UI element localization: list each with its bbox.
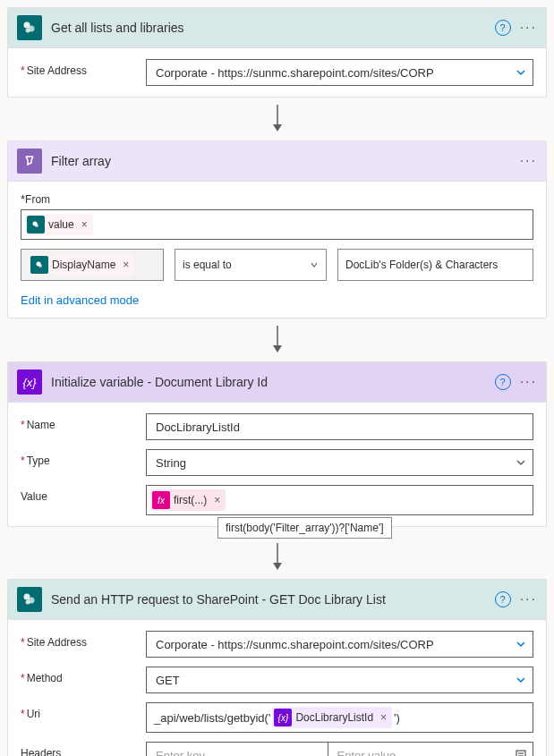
action-header[interactable]: {x} Initialize variable - Document Libra… [8, 362, 546, 403]
type-label: *Type [21, 449, 146, 467]
advanced-mode-link[interactable]: Edit in advanced mode [21, 293, 139, 307]
remove-token-icon[interactable]: × [123, 259, 129, 271]
help-icon[interactable]: ? [495, 20, 511, 36]
action-title: Initialize variable - Document Library I… [51, 375, 495, 389]
from-input[interactable]: value × [21, 209, 533, 240]
filter-right-input[interactable]: DocLib's Folder(s) & Characters [337, 249, 533, 281]
more-icon[interactable]: ··· [520, 374, 537, 390]
uri-input[interactable]: _api/web/lists/getbyid(' {x} DocLibraryL… [146, 702, 533, 733]
method-label: *Method [21, 667, 146, 684]
remove-token-icon[interactable]: × [380, 711, 387, 724]
sharepoint-icon [17, 587, 42, 612]
site-address-label: *Site Address [21, 631, 146, 649]
remove-token-icon[interactable]: × [214, 494, 220, 506]
method-select[interactable]: GET [146, 667, 533, 693]
uri-label: *Uri [21, 702, 146, 720]
svg-point-7 [38, 264, 42, 268]
remove-token-icon[interactable]: × [81, 218, 88, 231]
from-label: *From [21, 192, 533, 206]
toggle-text-mode-icon[interactable] [508, 742, 533, 756]
sharepoint-icon [17, 15, 42, 40]
filter-left-input[interactable]: DisplayName × [21, 249, 164, 281]
chevron-down-icon [310, 260, 319, 269]
action-get-lists: Get all lists and libraries ? ··· *Site … [7, 7, 547, 98]
connector-arrow [7, 98, 547, 140]
value-label: Value [21, 485, 146, 503]
filter-operator-select[interactable]: is equal to [175, 249, 327, 281]
site-address-select[interactable]: Corporate - https://sunmc.sharepoint.com… [146, 631, 533, 658]
action-header[interactable]: Filter array ··· [8, 141, 546, 182]
header-value-input[interactable]: Enter value [328, 742, 509, 756]
action-header[interactable]: Send an HTTP request to SharePoint - GET… [8, 580, 546, 620]
dynamic-token-value[interactable]: value × [25, 214, 93, 235]
more-icon[interactable]: ··· [520, 591, 537, 607]
action-initialize-variable: {x} Initialize variable - Document Libra… [7, 361, 547, 527]
headers-label: Headers [21, 742, 146, 756]
chevron-down-icon [516, 457, 526, 468]
name-input[interactable]: DocLibraryListId [146, 413, 533, 440]
svg-point-12 [26, 600, 30, 605]
chevron-down-icon [516, 639, 526, 650]
more-icon[interactable]: ··· [520, 20, 537, 36]
help-icon[interactable]: ? [495, 374, 511, 390]
site-address-label: *Site Address [21, 59, 146, 77]
sharepoint-icon [27, 216, 45, 234]
chevron-down-icon [516, 67, 526, 78]
expression-tooltip: first(body('Filter_array'))?['Name'] [217, 517, 392, 539]
sharepoint-icon [30, 256, 48, 274]
variable-icon: {x} [274, 709, 292, 726]
value-input[interactable]: fx first(...) × [146, 485, 533, 515]
filter-icon [17, 149, 42, 174]
dynamic-token-displayname[interactable]: DisplayName × [29, 254, 134, 276]
fx-icon: fx [152, 491, 170, 509]
action-title: Get all lists and libraries [51, 21, 495, 35]
svg-point-2 [26, 29, 30, 33]
help-icon[interactable]: ? [495, 591, 511, 607]
name-label: *Name [21, 413, 146, 431]
action-title: Send an HTTP request to SharePoint - GET… [51, 592, 495, 607]
variable-token[interactable]: {x} DocLibraryListId × [272, 707, 392, 728]
action-http-request: Send an HTTP request to SharePoint - GET… [7, 579, 547, 756]
expression-token[interactable]: fx first(...) × [150, 489, 226, 511]
action-header[interactable]: Get all lists and libraries ? ··· [8, 8, 546, 48]
action-title: Filter array [51, 154, 520, 168]
site-address-select[interactable]: Corporate - https://sunmc.sharepoint.com… [146, 59, 533, 86]
connector-arrow [7, 319, 547, 361]
header-key-input[interactable]: Enter key [146, 742, 328, 756]
svg-point-5 [35, 224, 38, 227]
action-filter-array: Filter array ··· *From value × DisplayNa… [7, 140, 547, 319]
more-icon[interactable]: ··· [520, 153, 537, 169]
variable-icon: {x} [17, 370, 42, 395]
type-select[interactable]: String [146, 449, 533, 476]
chevron-down-icon [516, 675, 526, 685]
